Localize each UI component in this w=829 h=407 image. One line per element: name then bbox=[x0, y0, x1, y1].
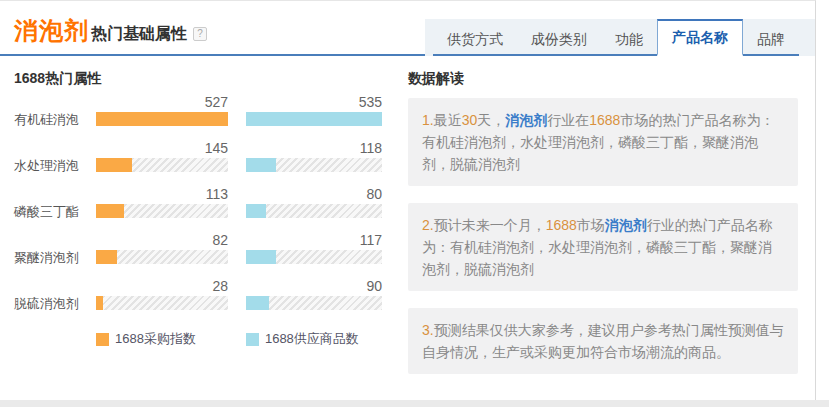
category-tabs: 供货方式成份类别功能产品名称品牌 bbox=[425, 19, 815, 56]
bar-group-purchase: 145 bbox=[96, 140, 228, 175]
bar-track bbox=[96, 112, 228, 126]
bar-group-supply: 80 bbox=[246, 186, 382, 221]
value-label: 113 bbox=[96, 186, 228, 204]
category-label: 有机硅消泡 bbox=[14, 94, 96, 129]
bar-fill bbox=[246, 250, 276, 264]
bar-track bbox=[96, 296, 228, 310]
title-keyword: 消泡剂 bbox=[14, 17, 89, 44]
chart-panel: 1688热门属性 有机硅消泡527535水处理消泡145118磷酸三丁酯1138… bbox=[14, 70, 382, 391]
interpretation-panel: 数据解读 1.最近30天，消泡剂行业在1688市场的热门产品名称为：有机硅消泡剂… bbox=[408, 70, 798, 391]
interp-box-3: 3.预测结果仅供大家参考，建议用户参考热门属性预测值与自身情况，生产或采购更加符… bbox=[408, 308, 798, 374]
category-label: 水处理消泡 bbox=[14, 140, 96, 175]
text-segment: 最近 bbox=[434, 112, 462, 128]
chart-row: 水处理消泡145118 bbox=[14, 140, 382, 175]
bar-track bbox=[246, 158, 382, 172]
value-label: 90 bbox=[246, 278, 382, 296]
interpretation-boxes: 1.最近30天，消泡剂行业在1688市场的热门产品名称为：有机硅消泡剂，水处理消… bbox=[408, 98, 798, 374]
text-segment: 30 bbox=[462, 112, 478, 128]
bar-track bbox=[96, 158, 228, 172]
text-segment: 1688 bbox=[546, 217, 577, 233]
value-label: 118 bbox=[246, 140, 382, 158]
defoamer-trend-page: 消泡剂热门基础属性? 供货方式成份类别功能产品名称品牌 1688热门属性 有机硅… bbox=[0, 0, 829, 407]
value-label: 28 bbox=[96, 278, 228, 296]
bar-track bbox=[96, 204, 228, 218]
bar-group-purchase: 28 bbox=[96, 278, 228, 313]
text-segment: 1. bbox=[422, 112, 434, 128]
bar-track bbox=[246, 204, 382, 218]
legend-label: 1688供应商品数 bbox=[265, 330, 359, 348]
text-segment: 市场 bbox=[577, 217, 605, 233]
content-panel: 消泡剂热门基础属性? 供货方式成份类别功能产品名称品牌 1688热门属性 有机硅… bbox=[0, 0, 816, 400]
bar-group-purchase: 527 bbox=[96, 94, 228, 129]
text-segment: 行业在 bbox=[547, 112, 589, 128]
bar-group-supply: 535 bbox=[246, 94, 382, 129]
bar-track bbox=[246, 296, 382, 310]
bar-track bbox=[246, 250, 382, 264]
page-header: 消泡剂热门基础属性? 供货方式成份类别功能产品名称品牌 bbox=[0, 1, 815, 56]
category-label: 脱硫消泡剂 bbox=[14, 278, 96, 313]
chart-title: 1688热门属性 bbox=[14, 70, 382, 88]
bar-track bbox=[246, 112, 382, 126]
value-label: 145 bbox=[96, 140, 228, 158]
chart-row: 脱硫消泡剂2890 bbox=[14, 278, 382, 313]
keyword-link[interactable]: 消泡剂 bbox=[605, 217, 647, 233]
bar-chart: 有机硅消泡527535水处理消泡145118磷酸三丁酯11380聚醚消泡剂821… bbox=[14, 94, 382, 313]
page-title: 消泡剂热门基础属性? bbox=[14, 15, 207, 47]
category-label: 聚醚消泡剂 bbox=[14, 232, 96, 267]
interpretation-title: 数据解读 bbox=[408, 70, 798, 88]
bar-fill bbox=[96, 158, 132, 172]
chart-row: 聚醚消泡剂82117 bbox=[14, 232, 382, 267]
text-segment: 预计未来一个月， bbox=[434, 217, 546, 233]
legend-item: 1688采购指数 bbox=[96, 330, 196, 348]
text-segment: 天， bbox=[477, 112, 505, 128]
bottom-strip bbox=[0, 400, 829, 407]
main-content: 1688热门属性 有机硅消泡527535水处理消泡145118磷酸三丁酯1138… bbox=[0, 56, 815, 391]
text-segment: 预测结果仅供大家参考，建议用户参考热门属性预测值与自身情况，生产或采购更加符合市… bbox=[422, 322, 784, 360]
bar-group-supply: 117 bbox=[246, 232, 382, 267]
bar-group-purchase: 82 bbox=[96, 232, 228, 267]
keyword-link[interactable]: 消泡剂 bbox=[505, 112, 547, 128]
value-label: 527 bbox=[96, 94, 228, 112]
bar-fill bbox=[246, 296, 269, 310]
chart-row: 磷酸三丁酯11380 bbox=[14, 186, 382, 221]
tab-1[interactable]: 成份类别 bbox=[517, 24, 601, 56]
bar-fill bbox=[246, 112, 382, 126]
tab-0[interactable]: 供货方式 bbox=[433, 24, 517, 56]
text-segment: 1688 bbox=[589, 112, 620, 128]
text-segment: 2. bbox=[422, 217, 434, 233]
interp-box-1: 1.最近30天，消泡剂行业在1688市场的热门产品名称为：有机硅消泡剂，水处理消… bbox=[408, 98, 798, 186]
legend-swatch bbox=[96, 333, 109, 346]
chart-legend: 1688采购指数1688供应商品数 bbox=[14, 330, 382, 348]
text-segment: 3. bbox=[422, 322, 434, 338]
bar-fill bbox=[96, 250, 117, 264]
title-rest: 热门基础属性 bbox=[91, 25, 187, 42]
tab-4[interactable]: 品牌 bbox=[743, 24, 799, 56]
bar-fill bbox=[246, 158, 276, 172]
bar-fill bbox=[96, 296, 103, 310]
legend-swatch bbox=[246, 333, 259, 346]
tab-3-active[interactable]: 产品名称 bbox=[657, 19, 743, 56]
bar-group-supply: 118 bbox=[246, 140, 382, 175]
category-label: 磷酸三丁酯 bbox=[14, 186, 96, 221]
tab-2[interactable]: 功能 bbox=[601, 24, 657, 56]
legend-label: 1688采购指数 bbox=[115, 330, 196, 348]
interp-box-2: 2.预计未来一个月，1688市场消泡剂行业的热门产品名称为：有机硅消泡剂，水处理… bbox=[408, 203, 798, 291]
legend-item: 1688供应商品数 bbox=[246, 330, 359, 348]
bar-fill bbox=[96, 112, 228, 126]
chart-row: 有机硅消泡527535 bbox=[14, 94, 382, 129]
bar-track bbox=[96, 250, 228, 264]
bar-fill bbox=[96, 204, 124, 218]
value-label: 82 bbox=[96, 232, 228, 250]
bar-fill bbox=[246, 204, 266, 218]
value-label: 80 bbox=[246, 186, 382, 204]
help-icon[interactable]: ? bbox=[193, 27, 207, 41]
value-label: 535 bbox=[246, 94, 382, 112]
value-label: 117 bbox=[246, 232, 382, 250]
bar-group-supply: 90 bbox=[246, 278, 382, 313]
bar-group-purchase: 113 bbox=[96, 186, 228, 221]
